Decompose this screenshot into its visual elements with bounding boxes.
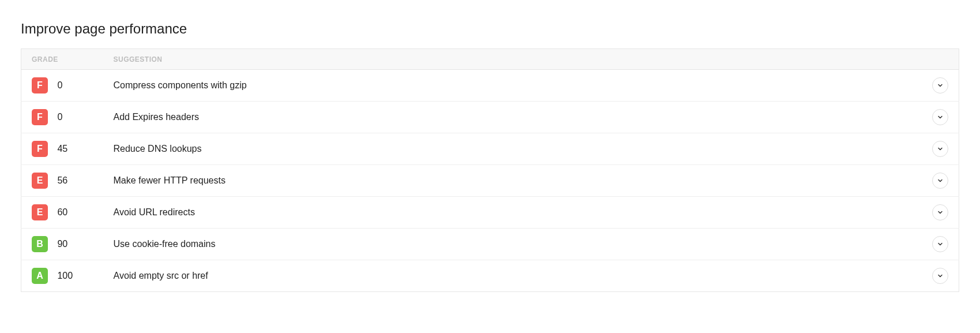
suggestion-text: Make fewer HTTP requests [103, 165, 922, 197]
grade-badge: A [32, 268, 48, 284]
chevron-down-icon [937, 209, 944, 216]
expand-button[interactable] [932, 173, 948, 189]
column-header-grade: GRADE [21, 49, 103, 70]
grade-score: 56 [57, 175, 67, 185]
chevron-down-icon [937, 82, 944, 89]
expand-button[interactable] [932, 204, 948, 220]
table-row[interactable]: F 0 Add Expires headers [21, 102, 959, 133]
grade-cell: F 0 [21, 70, 103, 102]
grade-cell: F 45 [21, 133, 103, 165]
expand-button[interactable] [932, 77, 948, 93]
suggestion-text: Compress components with gzip [103, 70, 922, 102]
table-row[interactable]: E 60 Avoid URL redirects [21, 197, 959, 229]
grade-score: 0 [57, 112, 62, 122]
table-row[interactable]: E 56 Make fewer HTTP requests [21, 165, 959, 197]
expand-button[interactable] [932, 236, 948, 252]
suggestion-text: Reduce DNS lookups [103, 133, 922, 165]
expand-button[interactable] [932, 141, 948, 157]
table-row[interactable]: A 100 Avoid empty src or href [21, 260, 959, 292]
grade-score: 0 [57, 80, 62, 90]
expand-button[interactable] [932, 109, 948, 125]
suggestion-text: Avoid empty src or href [103, 260, 922, 292]
table-header-row: GRADE SUGGESTION [21, 49, 959, 70]
grade-badge: E [32, 204, 48, 220]
grade-badge: B [32, 236, 48, 252]
grade-badge: F [32, 141, 48, 157]
grade-badge: F [32, 77, 48, 93]
grade-score: 60 [57, 207, 67, 217]
grade-cell: F 0 [21, 102, 103, 133]
page-title: Improve page performance [21, 21, 959, 37]
suggestion-text: Add Expires headers [103, 102, 922, 133]
table-row[interactable]: F 45 Reduce DNS lookups [21, 133, 959, 165]
performance-table: GRADE SUGGESTION F 0 Compress components… [21, 48, 959, 292]
expand-button[interactable] [932, 268, 948, 284]
chevron-down-icon [937, 145, 944, 152]
grade-badge: F [32, 109, 48, 125]
chevron-down-icon [937, 177, 944, 184]
suggestion-text: Avoid URL redirects [103, 197, 922, 229]
grade-cell: E 60 [21, 197, 103, 229]
table-row[interactable]: B 90 Use cookie-free domains [21, 229, 959, 260]
chevron-down-icon [937, 241, 944, 248]
grade-score: 90 [57, 239, 67, 249]
grade-cell: B 90 [21, 229, 103, 260]
grade-cell: E 56 [21, 165, 103, 197]
suggestion-text: Use cookie-free domains [103, 229, 922, 260]
chevron-down-icon [937, 272, 944, 279]
column-header-suggestion: SUGGESTION [103, 49, 922, 70]
grade-cell: A 100 [21, 260, 103, 292]
grade-badge: E [32, 173, 48, 189]
grade-score: 100 [57, 271, 73, 280]
chevron-down-icon [937, 114, 944, 121]
column-header-expand [922, 49, 959, 70]
grade-score: 45 [57, 144, 67, 154]
table-row[interactable]: F 0 Compress components with gzip [21, 70, 959, 102]
